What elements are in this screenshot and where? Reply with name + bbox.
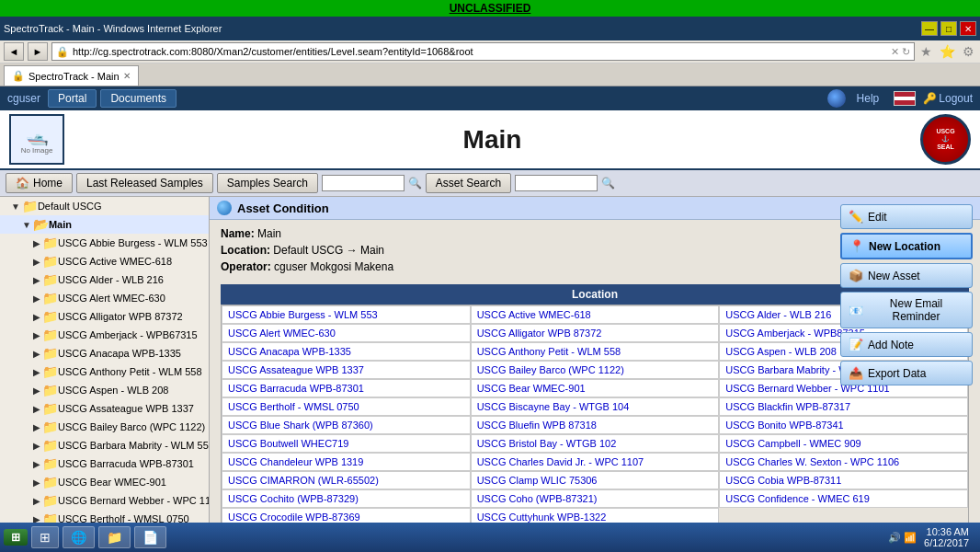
logout-icon: 🔑 [923,92,937,105]
sidebar-item-main[interactable]: ▼ 📂 Main [0,215,209,234]
location-cell[interactable]: USCG Assateague WPB 1337 [222,361,471,379]
location-cell[interactable]: USCG CIMARRON (WLR-65502) [222,471,471,489]
location-cell[interactable]: USCG Blue Shark (WPB 87360) [222,416,471,434]
portal-button[interactable]: Portal [48,89,97,108]
location-cell[interactable]: USCG Campbell - WMEC 909 [719,434,968,453]
asset-search-icon[interactable]: 🔍 [601,177,615,190]
samples-search-icon[interactable]: 🔍 [408,177,422,190]
location-cell[interactable]: USCG Bluefin WPB 87318 [471,416,720,434]
globe-icon [217,201,232,215]
location-cell[interactable]: USCG Charles W. Sexton - WPC 1106 [719,453,968,471]
browser-chrome: SpectroTrack - Main - Windows Internet E… [0,17,980,86]
sidebar-item[interactable]: ▶📁USCG Amberjack - WPB67315 [0,326,209,344]
forward-button[interactable]: ► [28,42,48,61]
taskbar-app-ie[interactable]: 🌐 [63,526,95,548]
help-globe-icon [827,89,846,108]
location-label: Location: [221,244,270,257]
location-cell[interactable]: USCG Confidence - WMEC 619 [719,489,968,508]
export-data-button[interactable]: 📤 Export Data [840,361,973,385]
location-cell[interactable]: USCG Bertholf - WMSL 0750 [222,397,471,416]
sidebar-item[interactable]: ▶📁USCG Aspen - WLB 208 [0,381,209,399]
uscg-seal: USCG⚓SEAL [920,114,971,165]
edit-icon: ✏️ [849,210,863,224]
sidebar-item[interactable]: ▶📁USCG Alder - WLB 216 [0,270,209,289]
location-cell[interactable]: USCG Barracuda WPB-87301 [222,379,471,397]
logout-button[interactable]: 🔑 Logout [923,92,973,105]
location-cell[interactable]: USCG Charles David Jr. - WPC 1107 [471,453,720,471]
maximize-button[interactable]: □ [940,21,957,36]
add-note-button[interactable]: 📝 Add Note [840,332,973,357]
new-email-reminder-button[interactable]: 📧 New Email Reminder [840,292,973,328]
last-released-samples-button[interactable]: Last Released Samples [76,173,213,193]
new-asset-icon: 📦 [849,269,863,282]
location-cell[interactable]: USCG Anthony Petit - WLM 558 [471,342,720,361]
address-bar[interactable]: 🔒 ✕ ↻ [51,42,915,61]
new-asset-button[interactable]: 📦 New Asset [840,263,973,288]
classification-banner: UNCLASSIFIED [0,0,980,17]
asset-search-input[interactable] [515,175,598,191]
tab-label: SpectroTrack - Main [28,71,120,82]
taskbar-app-windows[interactable]: ⊞ [31,526,59,548]
active-tab[interactable]: 🔒 SpectroTrack - Main ✕ [4,65,139,86]
location-cell[interactable]: USCG Chandeleur WPB 1319 [222,453,471,471]
sidebar-item-root[interactable]: ▼ 📁 Default USCG [0,197,209,215]
sidebar-item[interactable]: ▶📁USCG Bear WMEC-901 [0,473,209,491]
sidebar-item[interactable]: ▶📁USCG Barbara Mabrity - WLM 559 [0,436,209,454]
sidebar-item[interactable]: ▶📁USCG Assateague WPB 1337 [0,399,209,418]
location-cell[interactable]: USCG Abbie Burgess - WLM 553 [222,305,471,324]
home-icon: 🏠 [16,177,29,190]
asset-search-button[interactable]: Asset Search [426,173,511,193]
taskbar-word-icon: 📄 [142,530,158,545]
email-icon: 📧 [849,304,863,317]
samples-search-input[interactable] [322,175,405,191]
location-cell[interactable]: USCG Cochito (WPB-87329) [222,489,471,508]
sidebar-item[interactable]: ▶📁USCG Bernard Webber - WPC 1101 [0,491,209,510]
sidebar: ▼ 📁 Default USCG ▼ 📂 Main ▶📁USCG Abbie B… [0,197,210,552]
location-cell[interactable]: USCG Anacapa WPB-1335 [222,342,471,361]
home-button[interactable]: 🏠 Home [6,173,73,193]
url-input[interactable] [73,46,891,57]
location-cell[interactable]: USCG Alert WMEC-630 [222,324,471,342]
location-value: Default USCG → Main [273,244,384,257]
asset-condition-label: Asset Condition [237,201,329,215]
export-icon: 📤 [849,366,863,380]
sidebar-item[interactable]: ▶📁USCG Active WMEC-618 [0,252,209,270]
tab-close-button[interactable]: ✕ [123,71,131,81]
location-cell[interactable]: USCG Bear WMEC-901 [471,379,720,397]
sidebar-item[interactable]: ▶📁USCG Alert WMEC-630 [0,289,209,307]
edit-button[interactable]: ✏️ Edit [840,204,973,229]
location-cell[interactable]: USCG Clamp WLIC 75306 [471,471,720,489]
location-cell[interactable]: USCG Biscayne Bay - WTGB 104 [471,397,720,416]
sidebar-item[interactable]: ▶📁USCG Abbie Burgess - WLM 553 [0,234,209,252]
samples-search-button[interactable]: Samples Search [217,173,318,193]
taskbar-app-word[interactable]: 📄 [134,526,166,548]
minimize-button[interactable]: — [921,21,938,36]
back-button[interactable]: ◄ [4,42,24,61]
documents-button[interactable]: Documents [100,89,177,108]
main-panel: Asset Condition Name: Main Location: Def… [210,197,980,552]
location-cell[interactable]: USCG Bristol Bay - WTGB 102 [471,434,720,453]
location-cell[interactable]: USCG Bonito WPB-87341 [719,416,968,434]
taskbar-app-files[interactable]: 📁 [98,526,131,548]
close-button[interactable]: ✕ [960,21,976,36]
sidebar-item[interactable]: ▶📁USCG Alligator WPB 87372 [0,307,209,326]
favorites-icon[interactable]: ★ [920,44,932,59]
sidebar-item[interactable]: ▶📁USCG Anacapa WPB-1335 [0,344,209,362]
browser-tabs: 🔒 SpectroTrack - Main ✕ [0,63,980,86]
location-cell[interactable]: USCG Active WMEC-618 [471,305,720,324]
arrow-icon: ▼ [11,201,20,212]
location-cell[interactable]: USCG Cobia WPB-87311 [719,471,968,489]
location-cell[interactable]: USCG Bailey Barco (WPC 1122) [471,361,720,379]
location-cell[interactable]: USCG Alligator WPB 87372 [471,324,720,342]
start-button[interactable]: ⊞ [4,529,28,546]
new-location-button[interactable]: 📍 New Location [840,233,973,259]
sidebar-item[interactable]: ▶📁USCG Barracuda WPB-87301 [0,454,209,473]
sidebar-item[interactable]: ▶📁USCG Anthony Petit - WLM 558 [0,362,209,381]
favorites-bar-icon[interactable]: ⭐ [940,44,955,59]
help-button[interactable]: Help [857,92,880,105]
location-cell[interactable]: USCG Blackfin WPB-87317 [719,397,968,416]
tools-icon[interactable]: ⚙ [963,44,974,59]
location-cell[interactable]: USCG Coho (WPB-87321) [471,489,720,508]
sidebar-item[interactable]: ▶📁USCG Bailey Barco (WPC 1122) [0,418,209,436]
location-cell[interactable]: USCG Boutwell WHEC719 [222,434,471,453]
